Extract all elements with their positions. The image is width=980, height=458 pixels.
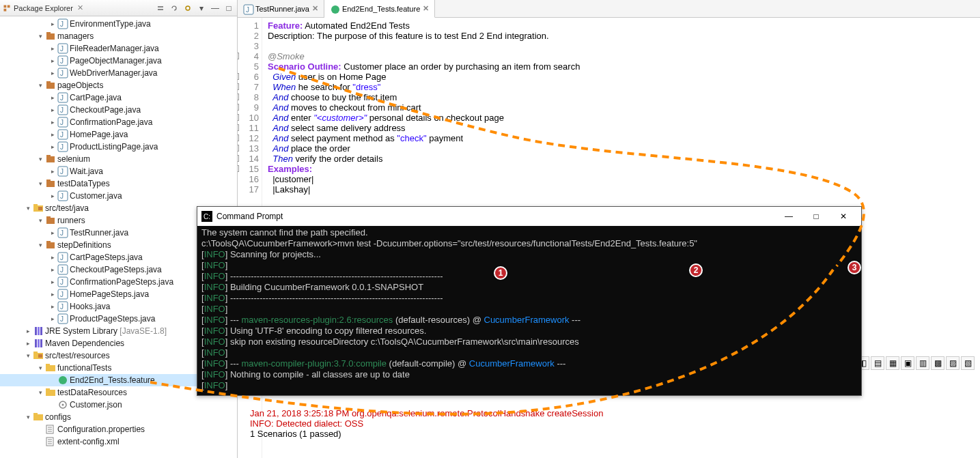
tree-node[interactable]: ▾selenium (0, 153, 237, 165)
expand-icon[interactable]: ▾ (25, 205, 31, 212)
console-tool-icon[interactable]: ▤ (871, 356, 884, 370)
expand-icon[interactable]: ▸ (49, 20, 56, 27)
expand-icon[interactable]: ▸ (49, 106, 56, 113)
tree-node[interactable]: ▾pageObjects (0, 79, 237, 91)
console-tool-icon[interactable]: ▦ (886, 356, 899, 370)
editor-tab[interactable]: End2End_Tests.feature✕ (324, 0, 435, 18)
expand-icon[interactable]: ▸ (49, 303, 56, 310)
expand-icon[interactable]: ▾ (37, 82, 44, 89)
tree-node[interactable]: Customer.json (0, 399, 237, 411)
code-line[interactable]: Description: The purpose of this feature… (268, 31, 580, 41)
fold-icon[interactable]: − (238, 104, 239, 111)
link-editor-icon[interactable] (169, 3, 180, 14)
expand-icon[interactable]: ▸ (25, 328, 31, 334)
code-line[interactable]: And choose to buy the first item (268, 92, 580, 102)
expand-icon[interactable]: ▾ (25, 352, 31, 359)
expand-icon[interactable]: ▸ (49, 168, 56, 175)
fold-icon[interactable]: − (238, 94, 239, 100)
code-line[interactable]: Scenario Outline: Customer place an orde… (268, 61, 580, 72)
expand-icon[interactable]: ▾ (37, 180, 44, 187)
console-tool-icon[interactable]: ▥ (916, 356, 929, 370)
command-prompt-body[interactable]: The system cannot find the path specifie… (197, 226, 861, 395)
console-tool-icon[interactable]: ▩ (931, 356, 944, 370)
expand-icon[interactable]: ▸ (49, 70, 56, 76)
expand-icon[interactable]: ▸ (49, 143, 56, 150)
focus-icon[interactable] (182, 3, 193, 14)
code-line[interactable]: |customer| (268, 174, 580, 184)
console-tool-icon[interactable]: ▧ (961, 356, 975, 370)
code-line[interactable] (268, 41, 580, 51)
code-line[interactable]: And moves to checkout from mini cart (268, 102, 580, 113)
fold-icon[interactable]: − (238, 145, 239, 152)
tree-node[interactable]: ▸JFileReaderManager.java (0, 42, 237, 55)
expand-icon[interactable]: ▸ (49, 192, 56, 199)
expand-icon[interactable]: ▾ (37, 389, 44, 396)
tree-node[interactable]: ▸JEnvironmentType.java (0, 18, 237, 30)
collapse-all-icon[interactable] (155, 3, 166, 14)
console-tool-icon[interactable]: ▨ (946, 356, 960, 370)
tree-node[interactable]: ▾configs (0, 411, 237, 423)
fold-icon[interactable]: − (238, 83, 239, 90)
expand-icon[interactable]: ▾ (25, 414, 31, 420)
code-line[interactable]: Given user is on Home Page (268, 72, 580, 82)
expand-icon[interactable]: ▸ (49, 254, 56, 261)
tree-node[interactable]: ▾managers (0, 30, 237, 42)
expand-icon[interactable]: ▸ (49, 278, 56, 285)
tree-node[interactable]: ▸JCheckoutPage.java (0, 104, 237, 116)
tree-node[interactable]: ▸JWait.java (0, 165, 237, 177)
expand-icon[interactable]: ▾ (37, 217, 44, 224)
expand-icon[interactable]: ▸ (25, 340, 31, 347)
fold-icon[interactable]: − (238, 73, 239, 80)
tree-node[interactable]: ▸JProductListingPage.java (0, 141, 237, 153)
tree-node[interactable]: ▾testDataTypes (0, 177, 237, 190)
tree-node[interactable]: ▸JCustomer.java (0, 190, 237, 202)
expand-icon[interactable]: ▸ (49, 291, 56, 298)
fold-icon[interactable]: − (238, 165, 239, 172)
tree-node[interactable]: ▸JWebDriverManager.java (0, 67, 237, 79)
fold-icon[interactable]: − (238, 53, 239, 59)
maximize-button[interactable]: □ (802, 207, 830, 226)
expand-icon[interactable]: ▾ (37, 364, 44, 371)
maximize-view-icon[interactable]: □ (223, 3, 234, 14)
close-tab-icon[interactable]: ✕ (312, 4, 318, 13)
tree-node[interactable]: extent-config.xml (0, 435, 237, 448)
expand-icon[interactable]: ▸ (49, 266, 56, 273)
close-tab-icon[interactable]: ✕ (423, 4, 429, 13)
code-line[interactable]: Examples: (268, 164, 580, 174)
expand-icon[interactable]: ▸ (49, 131, 56, 138)
minimize-button[interactable]: — (775, 207, 802, 226)
expand-icon[interactable]: ▾ (37, 242, 44, 248)
code-line[interactable]: And select same delivery address (268, 123, 580, 133)
expand-icon[interactable]: ▸ (49, 315, 56, 322)
code-line[interactable]: @Smoke (268, 51, 580, 61)
fold-icon[interactable]: − (238, 155, 239, 162)
console-tool-icon[interactable]: ▣ (901, 356, 914, 370)
editor-tab[interactable]: JTestRunner.java✕ (238, 0, 324, 17)
code-line[interactable]: And enter "<customer>" personal details … (268, 113, 580, 123)
code-line[interactable]: Then verify the order details (268, 154, 580, 164)
code-line[interactable]: And select payment method as "check" pay… (268, 133, 580, 143)
minimize-view-icon[interactable]: — (210, 3, 221, 14)
tree-node[interactable]: ▸JConfirmationPage.java (0, 116, 237, 128)
tree-node[interactable]: ▸JCartPage.java (0, 91, 237, 104)
view-menu-icon[interactable]: ▾ (196, 3, 207, 14)
expand-icon[interactable]: ▸ (49, 94, 56, 101)
tree-node[interactable]: ▸JPageObjectManager.java (0, 55, 237, 67)
expand-icon[interactable]: ▾ (37, 33, 44, 40)
tree-node[interactable]: ▸JHomePage.java (0, 128, 237, 141)
expand-icon[interactable]: ▸ (49, 45, 56, 52)
code-line[interactable]: Feature: Automated End2End Tests (268, 20, 580, 31)
expand-icon[interactable]: ▸ (49, 229, 56, 236)
code-line[interactable]: When he search for "dress" (268, 82, 580, 92)
fold-icon[interactable]: − (238, 124, 239, 131)
code-line[interactable]: |Lakshay| (268, 184, 580, 195)
expand-icon[interactable]: ▸ (49, 57, 56, 64)
tree-node[interactable]: Configuration.properties (0, 423, 237, 435)
fold-icon[interactable]: − (238, 134, 239, 141)
expand-icon[interactable]: ▸ (49, 119, 56, 126)
command-prompt-titlebar[interactable]: C: Command Prompt — □ ✕ (197, 207, 861, 226)
expand-icon[interactable]: ▾ (37, 156, 44, 162)
code-line[interactable]: And place the order (268, 143, 580, 154)
fold-icon[interactable]: − (238, 114, 239, 121)
close-view-icon[interactable]: ✕ (77, 3, 83, 12)
